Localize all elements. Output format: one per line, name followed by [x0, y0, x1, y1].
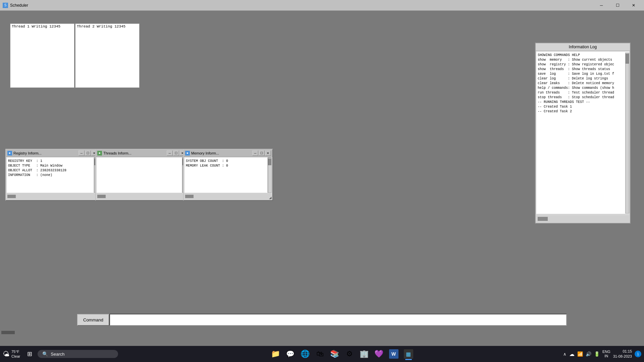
word-icon: W	[389, 349, 398, 359]
memory-window: ■ Memory Inform... ─ ☐ ✕ SYSTEM OBJ COUN…	[183, 149, 273, 201]
info-log-scrollbar-h[interactable]	[536, 216, 629, 222]
cloud-icon[interactable]: ☁	[569, 351, 575, 357]
language-indicator[interactable]: ENG IN	[602, 350, 610, 358]
start-button[interactable]: ⊞	[23, 347, 36, 361]
registry-window: ■ Registry Inform... ─ ☐ ✕ REGISTRY KEY …	[5, 149, 99, 201]
memory-icon: ■	[185, 151, 190, 156]
scrollbar-thumb-v	[626, 54, 629, 64]
bottom-scrollbar-thumb	[1, 331, 15, 334]
info-log-title: Information Log	[536, 43, 630, 51]
weather-icon: 🌤	[3, 350, 9, 358]
command-bar: Command	[0, 311, 644, 328]
app-icon: S	[3, 3, 8, 8]
threads-window: ■ Threads Inform... ─ ☐ ✕ ◢	[95, 149, 187, 201]
threads-titlebar: ■ Threads Inform... ─ ☐ ✕	[96, 149, 187, 157]
wifi-icon[interactable]: 📶	[577, 351, 583, 357]
chevron-up-icon[interactable]: ∧	[563, 352, 567, 357]
taskbar-file-explorer[interactable]: 📁	[269, 347, 282, 361]
memory-controls: ─ ☐ ✕	[252, 150, 271, 156]
minimize-button[interactable]: ─	[594, 1, 609, 9]
info-log-window: Information Log SHOWING COMMANDS HELPsho…	[535, 43, 631, 224]
battery-icon[interactable]: 🔋	[594, 351, 600, 357]
memory-minimize[interactable]: ─	[252, 150, 258, 156]
vs-icon: 💜	[374, 350, 383, 358]
info-log-content: SHOWING COMMANDS HELPshow memory : Show …	[536, 52, 629, 214]
bottom-scrollbar[interactable]	[0, 330, 644, 335]
date-display: 31-08-2023	[613, 354, 632, 359]
registry-maximize[interactable]: ☐	[85, 150, 91, 156]
settings-icon: ⚙	[346, 350, 353, 358]
registry-controls: ─ ☐ ✕	[78, 150, 97, 156]
taskbar-search[interactable]: 🔍 Search	[38, 350, 118, 358]
taskbar: 🌤 75°F Clear ⊞ 🔍 Search 📁 💬 🌐 🛍 📚 ⚙	[0, 346, 644, 362]
registry-minimize[interactable]: ─	[78, 150, 85, 156]
threads-title: Threads Inform...	[103, 151, 167, 155]
registry-title: Registry Inform...	[13, 151, 78, 155]
memory-maximize[interactable]: ☐	[259, 150, 265, 156]
taskbar-settings[interactable]: ⚙	[343, 347, 356, 361]
resize-handle[interactable]: ◢	[269, 196, 272, 199]
search-icon: 🔍	[42, 351, 48, 357]
maximize-button[interactable]: ☐	[610, 1, 625, 9]
search-label: Search	[51, 352, 64, 357]
threads-icon: ■	[97, 151, 102, 156]
system-tray: ∧ ☁ 📶 🔊 🔋 ENG IN 01:15 31-08-2023 1	[563, 349, 641, 359]
taskbar-library[interactable]: 📚	[328, 347, 341, 361]
threads-maximize[interactable]: ☐	[173, 150, 179, 156]
edge-icon: 🌐	[301, 350, 310, 358]
close-button[interactable]: ✕	[626, 1, 641, 9]
command-label: Command	[77, 314, 109, 326]
memory-scrollbar-h[interactable]	[184, 193, 272, 199]
datetime-display[interactable]: 01:15 31-08-2023	[613, 349, 632, 359]
volume-icon[interactable]: 🔊	[586, 351, 591, 357]
time-display: 01:15	[613, 349, 632, 354]
app-title: Scheduler	[10, 3, 594, 8]
taskbar-apps: 📁 💬 🌐 🛍 📚 ⚙ 🏢 💜 W ▦	[121, 347, 563, 361]
taskbar-visual-studio[interactable]: 💜	[372, 347, 386, 361]
main-area: Thread 1 Writing 12345 Thread 2 Writing …	[0, 11, 644, 349]
weather-text: 75°F Clear	[11, 349, 20, 359]
thread-2-title: Thread 2 Writing 12345	[75, 24, 139, 29]
scheduler-icon: ▦	[404, 349, 413, 359]
thread-2-panel: Thread 2 Writing 12345	[75, 23, 140, 88]
registry-content: REGISTRY KEY : 1OBJECT TYPE : Main Windo…	[7, 158, 98, 193]
library-icon: 📚	[330, 350, 339, 358]
taskbar-office[interactable]: 🏢	[358, 347, 371, 361]
info-log-scrollbar-v[interactable]	[625, 53, 629, 214]
threads-controls: ─ ☐ ✕	[167, 150, 185, 156]
title-bar: S Scheduler ─ ☐ ✕	[0, 0, 644, 11]
taskbar-edge[interactable]: 🌐	[299, 347, 312, 361]
weather-widget[interactable]: 🌤 75°F Clear	[3, 349, 20, 359]
file-explorer-icon: 📁	[271, 350, 280, 358]
memory-scrollbar-v[interactable]	[268, 158, 272, 193]
memory-title: Memory Inform...	[191, 151, 252, 155]
scrollbar-thumb-h	[538, 217, 548, 221]
weather-condition: Clear	[11, 354, 20, 359]
registry-icon: ■	[7, 151, 12, 156]
taskbar-scheduler[interactable]: ▦	[402, 347, 415, 361]
registry-titlebar: ■ Registry Inform... ─ ☐ ✕	[6, 149, 99, 157]
command-input[interactable]	[109, 314, 567, 326]
thread-1-title: Thread 1 Writing 12345	[10, 24, 74, 29]
taskbar-store[interactable]: 🛍	[313, 347, 327, 361]
threads-scrollbar-h[interactable]	[97, 193, 186, 199]
threads-content	[97, 158, 186, 193]
weather-temp: 75°F	[11, 349, 20, 354]
window-controls: ─ ☐ ✕	[594, 1, 641, 9]
thread-1-panel: Thread 1 Writing 12345	[10, 23, 74, 88]
registry-scrollbar-h[interactable]	[7, 193, 98, 199]
office-icon: 🏢	[360, 350, 369, 358]
memory-titlebar: ■ Memory Inform... ─ ☐ ✕	[184, 149, 272, 157]
taskbar-teams[interactable]: 💬	[284, 347, 297, 361]
windows-logo-icon: ⊞	[27, 350, 32, 358]
memory-close[interactable]: ✕	[265, 150, 271, 156]
notification-badge[interactable]: 1	[635, 351, 641, 357]
taskbar-word[interactable]: W	[387, 347, 400, 361]
threads-minimize[interactable]: ─	[167, 150, 173, 156]
teams-icon: 💬	[286, 350, 294, 358]
store-icon: 🛍	[316, 350, 324, 358]
memory-content: SYSTEM OBJ COUNT : 0MEMORY LEAK COUNT : …	[184, 158, 272, 193]
